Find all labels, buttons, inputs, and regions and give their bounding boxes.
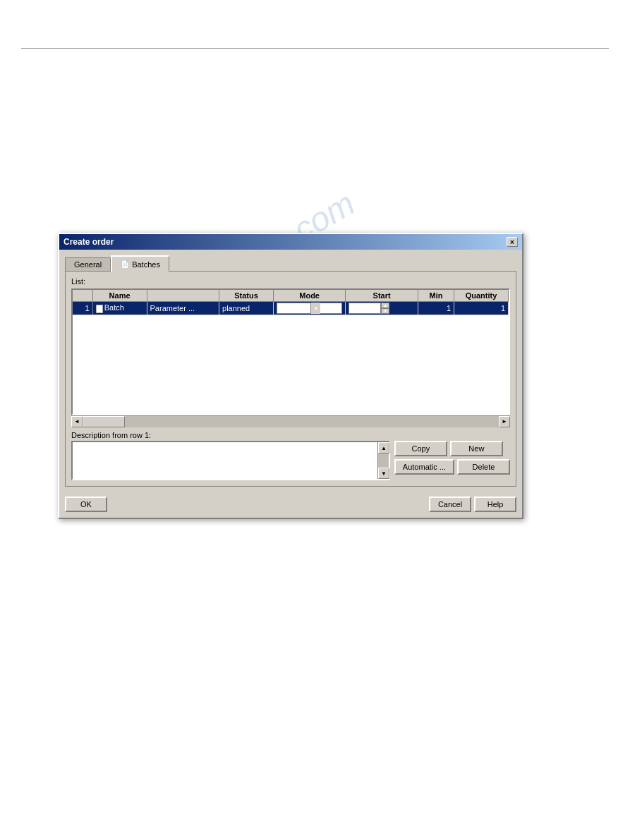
mode-value: Operator: [277, 304, 310, 312]
delete-button[interactable]: Delete: [457, 459, 510, 475]
col-start: Start: [346, 290, 418, 302]
cell-param: Parameter ...: [147, 302, 219, 315]
col-min: Min: [418, 290, 454, 302]
tab-general[interactable]: General: [65, 257, 111, 271]
col-quantity: Quantity: [454, 290, 509, 302]
col-status: Status: [219, 290, 274, 302]
cell-mode: Operator ▼: [273, 302, 345, 315]
tab-content: List: Name Status Mode Start Min Quant: [65, 271, 516, 487]
dialog-title: Create order: [63, 237, 114, 247]
scroll-thumb[interactable]: [83, 416, 125, 427]
start-spinner: ▲ ▼: [381, 303, 389, 314]
description-row: ▲ ▼ Copy New Automatic ... Delete: [71, 441, 510, 480]
cell-rownum: 1: [73, 302, 92, 315]
start-value: 05/11/...: [351, 304, 379, 312]
description-label: Description from row 1:: [71, 431, 510, 439]
start-field[interactable]: 05/11/...: [349, 303, 381, 314]
page-divider: [21, 48, 609, 49]
description-scrollbar: ▲ ▼: [377, 442, 389, 479]
action-buttons: Copy New Automatic ... Delete: [394, 441, 510, 480]
cancel-button[interactable]: Cancel: [429, 497, 471, 512]
list-label: List:: [71, 277, 510, 286]
dialog-footer: OK Cancel Help: [65, 492, 516, 512]
dialog-body: General 📄 Batches List: Name Statu: [59, 250, 522, 518]
horizontal-scrollbar[interactable]: ◄ ►: [71, 415, 510, 427]
table-row[interactable]: 1 Batch Parameter ... planned Operator ▼: [73, 302, 509, 315]
spin-up[interactable]: ▲: [381, 303, 389, 308]
scroll-track: [83, 416, 499, 427]
mode-dropdown[interactable]: Operator ▼: [277, 303, 342, 314]
desc-scroll-track: [378, 454, 389, 468]
col-mode: Mode: [273, 290, 345, 302]
batches-tab-icon: 📄: [121, 260, 129, 268]
scroll-left-button[interactable]: ◄: [71, 416, 83, 427]
doc-icon: [96, 305, 103, 313]
spin-down[interactable]: ▼: [381, 308, 389, 314]
table-header-row: Name Status Mode Start Min Quantity: [73, 290, 509, 302]
description-box: ▲ ▼: [71, 441, 390, 480]
cell-quantity: 1: [454, 302, 509, 315]
copy-button[interactable]: Copy: [394, 441, 447, 456]
cell-status: planned: [219, 302, 274, 315]
scroll-right-button[interactable]: ►: [499, 416, 510, 427]
col-name: Name: [92, 290, 147, 302]
batch-table: Name Status Mode Start Min Quantity 1: [73, 290, 509, 315]
tab-batches[interactable]: 📄 Batches: [111, 255, 169, 272]
desc-scroll-down[interactable]: ▼: [378, 468, 389, 479]
close-button[interactable]: ×: [507, 237, 518, 247]
tab-bar: General 📄 Batches: [65, 255, 516, 271]
cell-start: 05/11/... ▲ ▼: [346, 302, 418, 315]
mode-dropdown-arrow[interactable]: ▼: [310, 303, 320, 314]
desc-scroll-up[interactable]: ▲: [378, 442, 389, 454]
cell-min: 1: [418, 302, 454, 315]
help-button[interactable]: Help: [474, 497, 516, 512]
cell-name: Batch: [92, 302, 147, 315]
dialog-titlebar: Create order ×: [59, 234, 522, 250]
col-rownum: [73, 290, 92, 302]
new-button[interactable]: New: [450, 441, 503, 456]
col-param: [147, 290, 219, 302]
batch-table-container: Name Status Mode Start Min Quantity 1: [71, 288, 510, 415]
automatic-button[interactable]: Automatic ...: [394, 459, 454, 475]
ok-button[interactable]: OK: [65, 497, 107, 512]
tab-general-label: General: [74, 260, 102, 269]
create-order-dialog: Create order × General 📄 Batches List:: [58, 233, 523, 519]
footer-right-buttons: Cancel Help: [429, 497, 516, 512]
tab-batches-label: Batches: [132, 260, 160, 269]
